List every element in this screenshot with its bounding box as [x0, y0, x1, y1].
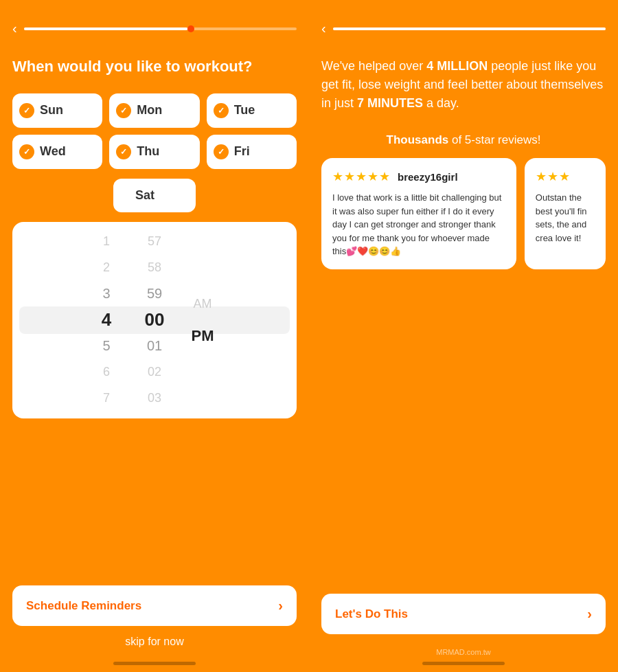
min-02: 02 — [130, 359, 179, 385]
check-fri — [214, 144, 229, 159]
time-picker[interactable]: 1 2 3 4 5 6 7 57 58 59 00 01 02 03 — [12, 222, 297, 418]
check-thu — [116, 144, 131, 159]
review-header-main: ★★★★★ breezy16girl — [332, 169, 505, 184]
lets-do-label: Let's Do This — [335, 607, 408, 621]
reviewer-name-main: breezy16girl — [398, 171, 458, 183]
min-59: 59 — [130, 281, 179, 307]
day-sun-label: Sun — [40, 103, 63, 117]
day-fri-label: Fri — [234, 144, 250, 159]
review-header-partial: ★★★ — [536, 169, 595, 184]
check-mon — [116, 103, 131, 118]
hour-col[interactable]: 1 2 3 4 5 6 7 — [82, 229, 130, 412]
hour-6: 6 — [82, 359, 130, 385]
day-grid: Sun Mon Tue Wed Thu Fri — [12, 93, 297, 169]
minutes-label: 7 MINUTES — [357, 96, 423, 110]
left-top-nav: ‹ — [0, 0, 309, 43]
hour-3: 3 — [82, 281, 130, 307]
left-panel: ‹ When would you like to workout? Sun Mo… — [0, 0, 309, 672]
day-thu[interactable]: Thu — [109, 135, 199, 169]
review-card-partial: ★★★ Outstan the best you'll fin sets, th… — [525, 158, 606, 269]
day-wed-label: Wed — [40, 144, 66, 159]
million-label: 4 MILLION — [426, 59, 488, 73]
progress-fill-left — [24, 27, 187, 30]
workout-title: When would you like to workout? — [12, 57, 297, 77]
day-tue[interactable]: Tue — [207, 93, 297, 128]
progress-dot-left — [187, 25, 194, 32]
review-text-main: I love that work is a little bit challen… — [332, 191, 505, 258]
minute-col[interactable]: 57 58 59 00 01 02 03 — [130, 229, 179, 412]
right-bottom: Let's Do This › MRMAD.com.tw — [309, 584, 618, 672]
hour-2: 2 — [82, 255, 130, 281]
review-stars-main: ★★★★★ — [332, 169, 391, 184]
progress-fill-right — [333, 27, 606, 30]
reviews-row: ★★★★★ breezy16girl I love that work is a… — [321, 158, 606, 269]
day-thu-label: Thu — [137, 144, 159, 159]
left-bottom: Schedule Reminders › skip for now — [0, 585, 309, 672]
lets-do-button[interactable]: Let's Do This › — [321, 594, 606, 634]
hour-5: 5 — [82, 333, 130, 359]
day-fri[interactable]: Fri — [207, 135, 297, 169]
back-arrow-right[interactable]: ‹ — [321, 21, 326, 36]
check-sun — [19, 103, 34, 118]
min-58: 58 — [130, 255, 179, 281]
ampm-pm: PM — [192, 323, 214, 349]
ampm-col[interactable]: AM PM — [179, 291, 227, 349]
schedule-btn-wrap: Schedule Reminders › — [0, 585, 309, 626]
hour-7: 7 — [82, 385, 130, 412]
min-selected: 00 — [130, 307, 179, 333]
reviews-title: Thousands of 5-star reviews! — [321, 133, 606, 147]
desc-suffix: a day. — [423, 96, 459, 110]
progress-bar-right — [333, 27, 606, 30]
schedule-btn-arrow-icon: › — [278, 598, 283, 614]
home-indicator-right — [422, 662, 505, 665]
day-mon-label: Mon — [137, 103, 162, 117]
right-content: We've helped over 4 MILLION people just … — [309, 43, 618, 584]
reviews-label-rest: of 5-star reviews! — [448, 133, 540, 146]
day-sat[interactable]: Sat — [113, 179, 196, 212]
review-card-main: ★★★★★ breezy16girl I love that work is a… — [321, 158, 516, 269]
desc-prefix: We've helped over — [321, 59, 426, 73]
day-sun[interactable]: Sun — [12, 93, 102, 128]
right-top-nav: ‹ — [309, 0, 618, 43]
review-text-partial: Outstan the best you'll fin sets, the an… — [536, 191, 595, 245]
skip-link[interactable]: skip for now — [0, 636, 309, 662]
back-arrow-left[interactable]: ‹ — [12, 21, 17, 36]
time-picker-inner: 1 2 3 4 5 6 7 57 58 59 00 01 02 03 — [12, 229, 297, 412]
progress-bar-left — [24, 27, 297, 30]
schedule-reminders-button[interactable]: Schedule Reminders › — [12, 585, 297, 626]
watermark: MRMAD.com.tw — [309, 648, 618, 662]
check-tue — [214, 103, 229, 118]
hour-1: 1 — [82, 229, 130, 255]
ampm-am: AM — [194, 291, 212, 317]
day-mon[interactable]: Mon — [109, 93, 199, 128]
review-stars-partial: ★★★ — [536, 169, 571, 184]
thousands-label: Thousands — [387, 133, 449, 146]
right-panel: ‹ We've helped over 4 MILLION people jus… — [309, 0, 618, 672]
home-indicator-left — [113, 662, 196, 665]
sat-row: Sat — [12, 179, 297, 212]
million-description: We've helped over 4 MILLION people just … — [321, 57, 606, 113]
check-wed — [19, 144, 34, 159]
day-wed[interactable]: Wed — [12, 135, 102, 169]
min-57: 57 — [130, 229, 179, 255]
schedule-btn-label: Schedule Reminders — [26, 599, 141, 613]
day-tue-label: Tue — [234, 103, 255, 117]
day-sat-label: Sat — [135, 188, 154, 203]
hour-selected: 4 — [82, 307, 130, 333]
min-03: 03 — [130, 385, 179, 412]
min-01: 01 — [130, 333, 179, 359]
lets-do-arrow-icon: › — [587, 606, 592, 622]
